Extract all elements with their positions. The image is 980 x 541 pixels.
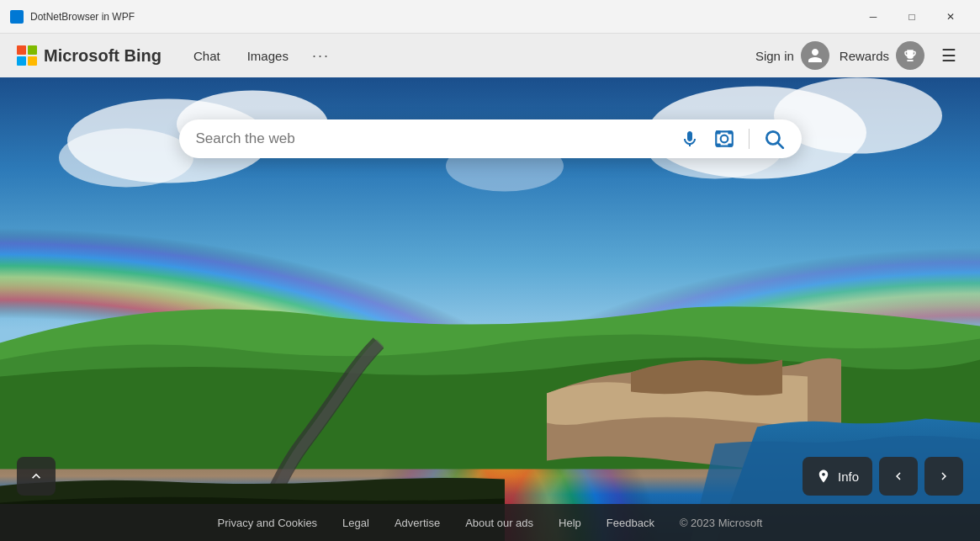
bing-header: Microsoft Bing Chat Images ··· Sign in R… xyxy=(0,34,980,77)
main-content: Info Privacy and Cookies Legal Advertise… xyxy=(0,77,980,541)
header-right: Sign in Rewards ☰ xyxy=(755,41,963,70)
bing-logo[interactable]: Microsoft Bing xyxy=(17,45,162,66)
search-bar xyxy=(179,119,802,158)
footer-privacy-link[interactable]: Privacy and Cookies xyxy=(218,517,318,529)
signin-button[interactable]: Sign in xyxy=(755,41,829,70)
rewards-button[interactable]: Rewards xyxy=(840,41,924,70)
user-avatar-icon xyxy=(801,41,829,70)
signin-label: Sign in xyxy=(755,49,794,63)
svg-rect-15 xyxy=(716,143,720,146)
footer-advertise-link[interactable]: Advertise xyxy=(395,517,440,529)
ms-square-blue xyxy=(17,56,26,66)
svg-rect-14 xyxy=(728,130,732,134)
bing-logo-text: Microsoft Bing xyxy=(44,46,162,66)
images-nav-link[interactable]: Images xyxy=(236,44,300,68)
ms-square-green xyxy=(28,45,37,55)
close-button[interactable]: ✕ xyxy=(931,3,970,30)
footer-help-link[interactable]: Help xyxy=(559,517,581,529)
app-icon xyxy=(10,10,24,24)
more-nav-button[interactable]: ··· xyxy=(304,42,338,70)
chat-nav-link[interactable]: Chat xyxy=(182,44,232,68)
info-button[interactable]: Info xyxy=(803,457,872,496)
footer-bar: Privacy and Cookies Legal Advertise Abou… xyxy=(0,504,980,541)
microsoft-logo xyxy=(17,45,37,66)
search-container xyxy=(179,119,802,158)
rewards-trophy-icon xyxy=(896,41,924,70)
restore-button[interactable]: □ xyxy=(893,3,931,30)
window-title: DotNetBrowser in WPF xyxy=(30,11,847,23)
svg-rect-13 xyxy=(716,130,720,134)
scroll-up-button[interactable] xyxy=(17,457,56,496)
footer-legal-link[interactable]: Legal xyxy=(342,517,369,529)
window-controls: ─ □ ✕ xyxy=(854,3,970,30)
camera-search-button[interactable] xyxy=(713,128,735,150)
footer-feedback-link[interactable]: Feedback xyxy=(607,517,654,529)
titlebar: DotNetBrowser in WPF ─ □ ✕ xyxy=(0,0,980,34)
svg-point-11 xyxy=(720,135,728,143)
info-label: Info xyxy=(838,469,859,484)
footer-copyright: © 2023 Microsoft xyxy=(680,517,762,529)
microphone-button[interactable] xyxy=(680,129,700,149)
search-divider xyxy=(749,129,750,149)
search-input[interactable] xyxy=(196,130,673,147)
ms-square-red xyxy=(17,45,26,55)
svg-rect-16 xyxy=(728,143,732,146)
footer-about-ads-link[interactable]: About our ads xyxy=(465,517,533,529)
rewards-label: Rewards xyxy=(840,49,889,63)
svg-line-18 xyxy=(777,143,782,148)
search-button[interactable] xyxy=(763,128,785,150)
minimize-button[interactable]: ─ xyxy=(854,3,893,30)
bottom-controls: Info xyxy=(803,457,963,496)
search-icons xyxy=(680,128,785,150)
nav-links: Chat Images ··· xyxy=(182,42,735,70)
hamburger-menu-button[interactable]: ☰ xyxy=(935,42,963,69)
next-button[interactable] xyxy=(924,457,963,496)
browser-content: Microsoft Bing Chat Images ··· Sign in R… xyxy=(0,34,980,541)
ms-square-yellow xyxy=(28,56,37,66)
previous-button[interactable] xyxy=(879,457,918,496)
